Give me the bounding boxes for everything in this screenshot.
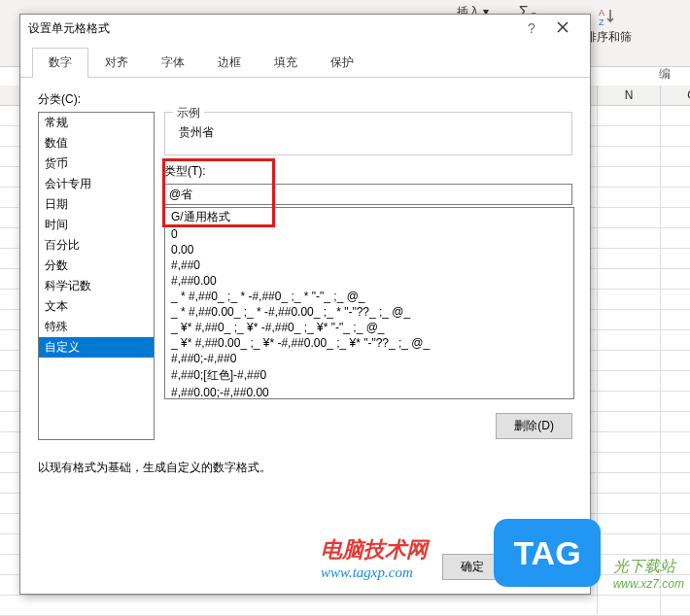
tab-border[interactable]: 边框 — [201, 48, 258, 77]
format-item[interactable]: G/通用格式 — [165, 208, 573, 226]
cancel-button[interactable]: 取消 — [512, 554, 572, 580]
help-button[interactable]: ? — [520, 20, 543, 36]
svg-text:Z: Z — [599, 17, 604, 27]
category-item[interactable]: 科学记数 — [39, 276, 154, 296]
delete-button[interactable]: 删除(D) — [496, 413, 572, 439]
format-item[interactable]: _ * #,##0.00_ ;_ * -#,##0.00_ ;_ * "-"??… — [165, 304, 573, 320]
category-item[interactable]: 货币 — [39, 154, 154, 174]
tab-number[interactable]: 数字 — [32, 48, 88, 78]
svg-text:A: A — [599, 8, 604, 17]
hint-text: 以现有格式为基础，生成自定义的数字格式。 — [38, 460, 572, 476]
sort-filter-button[interactable]: A Z 排序和筛 — [585, 6, 632, 46]
tab-font[interactable]: 字体 — [145, 48, 201, 77]
category-item[interactable]: 日期 — [39, 194, 154, 215]
category-item[interactable]: 特殊 — [39, 317, 154, 337]
grid-row[interactable] — [0, 596, 690, 616]
format-item[interactable]: #,##0.00;-#,##0.00 — [165, 385, 573, 399]
category-item[interactable]: 分数 — [39, 256, 154, 276]
tab-alignment[interactable]: 对齐 — [88, 48, 145, 77]
type-input[interactable] — [164, 184, 572, 205]
format-cells-dialog: 设置单元格格式 ? 数字 对齐 字体 边框 填充 保护 分类(C): 常规数值货… — [19, 14, 591, 595]
format-item[interactable]: #,##0;[红色]-#,##0 — [165, 366, 573, 385]
category-item[interactable]: 常规 — [39, 113, 154, 133]
category-item[interactable]: 数值 — [39, 133, 154, 154]
format-item[interactable]: #,##0 — [165, 257, 573, 273]
format-item[interactable]: _ ¥* #,##0_ ;_ ¥* -#,##0_ ;_ ¥* "-"_ ;_ … — [165, 320, 573, 335]
category-listbox[interactable]: 常规数值货币会计专用日期时间百分比分数科学记数文本特殊自定义 — [38, 112, 155, 440]
format-item[interactable]: _ ¥* #,##0.00_ ;_ ¥* -#,##0.00_ ;_ ¥* "-… — [165, 335, 573, 351]
ribbon-section-label: 编 — [659, 66, 671, 83]
dialog-titlebar[interactable]: 设置单元格格式 ? — [20, 15, 590, 42]
close-icon — [557, 21, 569, 33]
sample-label: 示例 — [173, 105, 204, 121]
category-item[interactable]: 自定义 — [39, 337, 154, 358]
tab-protection[interactable]: 保护 — [314, 48, 370, 77]
close-button[interactable] — [543, 19, 582, 37]
category-item[interactable]: 会计专用 — [39, 174, 154, 194]
category-item[interactable]: 时间 — [39, 215, 154, 235]
sort-filter-icon: A Z — [597, 6, 620, 29]
category-item[interactable]: 百分比 — [39, 235, 154, 256]
dialog-title: 设置单元格格式 — [28, 20, 520, 37]
format-item[interactable]: 0.00 — [165, 242, 573, 257]
sample-box: 示例 贵州省 — [164, 112, 572, 155]
col-header-o[interactable]: O — [661, 86, 690, 105]
category-label: 分类(C): — [38, 91, 572, 108]
dialog-tabs: 数字 对齐 字体 边框 填充 保护 — [20, 48, 590, 78]
format-item[interactable]: #,##0;-#,##0 — [165, 351, 573, 366]
tab-fill[interactable]: 填充 — [258, 48, 314, 77]
type-label: 类型(T): — [164, 163, 572, 180]
format-item[interactable]: #,##0.00 — [165, 273, 573, 289]
category-item[interactable]: 文本 — [39, 296, 154, 317]
format-item[interactable]: 0 — [165, 226, 573, 242]
format-item[interactable]: _ * #,##0_ ;_ * -#,##0_ ;_ * "-"_ ;_ @_ — [165, 289, 573, 304]
col-header-n[interactable]: N — [598, 86, 661, 105]
format-listbox[interactable]: G/通用格式00.00#,##0#,##0.00_ * #,##0_ ;_ * … — [164, 207, 574, 399]
sample-value: 贵州省 — [175, 124, 562, 141]
ok-button[interactable]: 确定 — [442, 554, 502, 580]
